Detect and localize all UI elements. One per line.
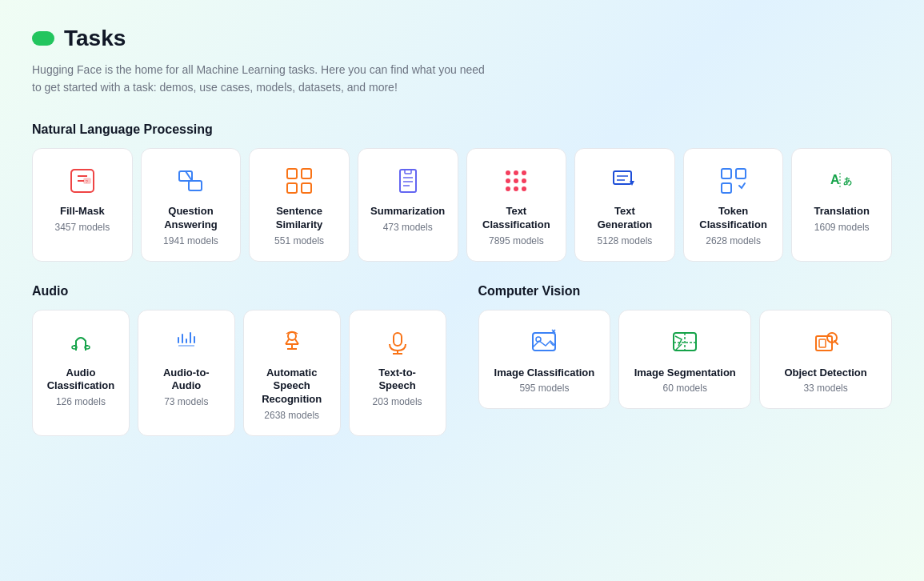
svg-line-7 bbox=[186, 171, 192, 181]
card-summarization[interactable]: Summarization 473 models bbox=[358, 148, 458, 262]
card-image-classification[interactable]: Image Classification 595 models bbox=[478, 310, 611, 410]
text-classification-icon bbox=[500, 165, 532, 197]
audio-section-title: Audio bbox=[32, 284, 446, 299]
svg-rect-9 bbox=[302, 169, 311, 178]
audio-classification-count: 126 models bbox=[56, 396, 106, 407]
svg-text:あ: あ bbox=[843, 176, 852, 186]
image-classification-icon bbox=[528, 327, 560, 359]
card-question-answering[interactable]: Question Answering 1941 models bbox=[141, 148, 242, 262]
title-row: Tasks bbox=[32, 26, 892, 51]
object-detection-count: 33 models bbox=[803, 383, 847, 394]
card-audio-classification[interactable]: Audio Classification 126 models bbox=[32, 310, 130, 437]
fill-mask-icon: ? bbox=[66, 165, 98, 197]
asr-count: 2638 models bbox=[264, 410, 319, 421]
image-segmentation-count: 60 models bbox=[663, 383, 707, 394]
object-detection-icon bbox=[810, 327, 842, 359]
svg-point-24 bbox=[514, 186, 518, 191]
audio-to-audio-count: 73 models bbox=[164, 396, 208, 407]
bottom-sections: Audio Audio Classification 126 bbox=[32, 284, 892, 459]
svg-line-60 bbox=[834, 341, 838, 344]
cv-section-title: Computer Vision bbox=[478, 284, 893, 299]
translation-count: 1609 models bbox=[814, 222, 870, 233]
text-generation-count: 5128 models bbox=[598, 235, 653, 246]
card-image-segmentation[interactable]: Image Segmentation 60 models bbox=[618, 310, 751, 410]
translation-name: Translation bbox=[814, 205, 870, 218]
asr-icon bbox=[276, 327, 308, 359]
card-audio-to-audio[interactable]: Audio-to-Audio 73 models bbox=[138, 310, 235, 437]
sentence-similarity-count: 551 models bbox=[274, 235, 324, 246]
sentence-similarity-name: Sentence Similarity bbox=[262, 205, 336, 232]
page-title: Tasks bbox=[64, 26, 126, 51]
token-classification-count: 2628 models bbox=[706, 235, 761, 246]
card-fill-mask[interactable]: ? Fill-Mask 3457 models bbox=[32, 148, 133, 262]
svg-rect-12 bbox=[400, 170, 416, 192]
audio-classification-name: Audio Classification bbox=[46, 367, 116, 394]
svg-point-19 bbox=[522, 170, 526, 175]
question-answering-icon bbox=[174, 165, 206, 197]
audio-to-audio-name: Audio-to-Audio bbox=[151, 367, 222, 394]
question-answering-count: 1941 models bbox=[163, 235, 218, 246]
svg-point-45 bbox=[288, 332, 296, 340]
svg-point-23 bbox=[506, 186, 510, 191]
svg-rect-13 bbox=[405, 170, 411, 174]
image-classification-count: 595 models bbox=[519, 383, 569, 394]
audio-to-audio-icon bbox=[170, 327, 202, 359]
object-detection-name: Object Detection bbox=[784, 367, 866, 380]
asr-name: Automatic Speech Recognition bbox=[257, 367, 327, 407]
page-header: Tasks Hugging Face is the home for all M… bbox=[32, 26, 892, 97]
cv-cards-row: Image Classification 595 models bbox=[478, 310, 893, 410]
svg-point-21 bbox=[514, 178, 518, 183]
token-classification-name: Token Classification bbox=[697, 205, 770, 232]
translation-icon: A あ bbox=[826, 165, 858, 197]
svg-point-25 bbox=[522, 186, 526, 191]
nlp-section: Natural Language Processing ? Fill-Mask … bbox=[32, 122, 892, 262]
nlp-section-title: Natural Language Processing bbox=[32, 122, 892, 137]
token-classification-icon bbox=[718, 165, 750, 197]
text-classification-name: Text Classification bbox=[480, 205, 554, 232]
audio-cards-row: Audio Classification 126 models bbox=[32, 310, 446, 437]
svg-rect-10 bbox=[287, 183, 297, 193]
page-subtitle-1: Hugging Face is the home for all Machine… bbox=[32, 61, 892, 78]
card-sentence-similarity[interactable]: Sentence Similarity 551 models bbox=[249, 148, 350, 262]
svg-rect-51 bbox=[394, 333, 402, 346]
image-segmentation-icon bbox=[669, 327, 701, 359]
audio-classification-icon bbox=[65, 327, 97, 359]
card-text-generation[interactable]: Text Generation 5128 models bbox=[574, 148, 675, 262]
svg-rect-26 bbox=[614, 171, 631, 184]
svg-rect-30 bbox=[736, 169, 746, 178]
card-asr[interactable]: Automatic Speech Recognition 2638 models bbox=[243, 310, 341, 437]
svg-point-17 bbox=[506, 170, 510, 175]
svg-rect-29 bbox=[722, 169, 731, 178]
svg-rect-58 bbox=[816, 336, 832, 351]
tts-icon bbox=[382, 327, 414, 359]
image-classification-name: Image Classification bbox=[494, 367, 595, 380]
text-classification-count: 7895 models bbox=[489, 235, 544, 246]
tts-count: 203 models bbox=[373, 396, 422, 407]
svg-rect-11 bbox=[302, 183, 311, 193]
svg-rect-6 bbox=[189, 181, 202, 190]
svg-rect-8 bbox=[287, 169, 297, 178]
svg-text:?: ? bbox=[86, 179, 88, 184]
card-token-classification[interactable]: Token Classification 2628 models bbox=[683, 148, 784, 262]
green-dot-icon bbox=[32, 31, 54, 46]
page-container: Tasks Hugging Face is the home for all M… bbox=[0, 0, 924, 484]
svg-text:A: A bbox=[830, 173, 840, 186]
text-generation-name: Text Generation bbox=[588, 205, 662, 232]
svg-point-18 bbox=[514, 170, 518, 175]
nlp-cards-row: ? Fill-Mask 3457 models Question Answeri… bbox=[32, 148, 892, 262]
summarization-count: 473 models bbox=[383, 222, 433, 233]
summarization-icon bbox=[392, 165, 424, 197]
svg-rect-31 bbox=[722, 183, 731, 193]
tts-name: Text-to-Speech bbox=[362, 367, 433, 394]
sentence-similarity-icon bbox=[283, 165, 315, 197]
card-object-detection[interactable]: Object Detection 33 models bbox=[759, 310, 892, 410]
cv-section: Computer Vision Image Classification bbox=[478, 284, 893, 437]
card-translation[interactable]: A あ Translation 1609 models bbox=[791, 148, 892, 262]
page-subtitle-2: to get started with a task: demos, use c… bbox=[32, 78, 892, 96]
fill-mask-count: 3457 models bbox=[54, 222, 110, 233]
image-segmentation-name: Image Segmentation bbox=[634, 367, 736, 380]
card-tts[interactable]: Text-to-Speech 203 models bbox=[349, 310, 446, 437]
audio-section: Audio Audio Classification 126 bbox=[32, 284, 446, 437]
svg-point-20 bbox=[506, 178, 510, 183]
card-text-classification[interactable]: Text Classification 7895 models bbox=[466, 148, 567, 262]
